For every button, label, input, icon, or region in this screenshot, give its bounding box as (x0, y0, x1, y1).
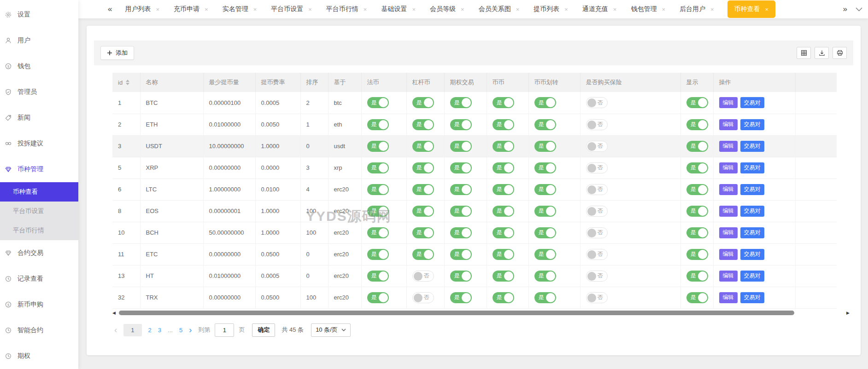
toggle-off[interactable]: 否 (586, 292, 608, 303)
sidebar-item[interactable]: 投拆建议 (0, 131, 78, 156)
sidebar-item[interactable]: $钱包 (0, 53, 78, 79)
toggle-on[interactable]: 是 (367, 292, 389, 303)
toggle-on[interactable]: 是 (686, 162, 708, 173)
toggle-on[interactable]: 是 (367, 271, 389, 282)
tab-close-icon[interactable]: × (765, 6, 769, 13)
trading-pair-button[interactable]: 交易对 (740, 97, 764, 108)
edit-button[interactable]: 编辑 (719, 141, 738, 152)
page-next-button[interactable]: › (189, 325, 192, 335)
toggle-on[interactable]: 是 (534, 227, 556, 238)
trading-pair-button[interactable]: 交易对 (740, 249, 764, 260)
toggle-on[interactable]: 是 (450, 206, 472, 217)
add-button[interactable]: 添加 (100, 46, 134, 60)
tabs-dropdown-icon[interactable] (856, 7, 862, 12)
edit-button[interactable]: 编辑 (719, 271, 738, 282)
toggle-on[interactable]: 是 (534, 292, 556, 303)
edit-button[interactable]: 编辑 (719, 184, 738, 195)
tab[interactable]: 基础设置× (380, 0, 416, 18)
tab-close-icon[interactable]: × (364, 6, 367, 13)
toggle-on[interactable]: 是 (367, 184, 389, 195)
sidebar-item[interactable]: 用户 (0, 28, 78, 53)
toggle-on[interactable]: 是 (412, 206, 434, 217)
page-number[interactable]: 1 (123, 324, 141, 336)
tab[interactable]: 平台币行情× (325, 0, 368, 18)
toggle-on[interactable]: 是 (493, 162, 514, 173)
toggle-on[interactable]: 是 (412, 97, 434, 108)
toggle-on[interactable]: 是 (686, 249, 708, 260)
edit-button[interactable]: 编辑 (719, 227, 738, 238)
tab[interactable]: 通道充值× (581, 0, 618, 18)
tabs-scroll-left-icon[interactable]: « (108, 5, 112, 14)
toggle-on[interactable]: 是 (450, 97, 472, 108)
toggle-off[interactable]: 否 (586, 249, 608, 260)
tab-close-icon[interactable]: × (308, 6, 312, 13)
filter-columns-button[interactable] (797, 47, 811, 59)
page-number[interactable]: 2 (148, 327, 152, 334)
tab[interactable]: 充币申请× (173, 0, 209, 18)
tab[interactable]: 提币列表× (533, 0, 569, 18)
toggle-off[interactable]: 否 (586, 119, 608, 130)
sidebar-item[interactable]: 管理员 (0, 79, 78, 105)
edit-button[interactable]: 编辑 (719, 292, 738, 303)
edit-button[interactable]: 编辑 (719, 97, 738, 108)
edit-button[interactable]: 编辑 (719, 162, 738, 173)
tab-close-icon[interactable]: × (412, 6, 416, 13)
page-prev-button[interactable]: ‹ (114, 325, 117, 335)
export-button[interactable] (815, 47, 829, 59)
tab-close-icon[interactable]: × (613, 6, 617, 13)
tab[interactable]: 会员等级× (429, 0, 465, 18)
tab-close-icon[interactable]: × (461, 6, 464, 13)
sidebar-item[interactable]: $新币申购 (0, 292, 78, 317)
toggle-on[interactable]: 是 (450, 141, 472, 152)
toggle-on[interactable]: 是 (534, 271, 556, 282)
tab[interactable]: 后台用户× (679, 0, 715, 18)
tab[interactable]: 币种查看× (727, 0, 776, 18)
toggle-on[interactable]: 是 (450, 119, 472, 130)
page-number[interactable]: 3 (158, 327, 161, 334)
sidebar-item[interactable]: 新闻 (0, 105, 78, 131)
toggle-on[interactable]: 是 (367, 141, 389, 152)
edit-button[interactable]: 编辑 (719, 206, 738, 217)
toggle-on[interactable]: 是 (450, 184, 472, 195)
toggle-off[interactable]: 否 (586, 97, 608, 108)
toggle-on[interactable]: 是 (686, 141, 708, 152)
trading-pair-button[interactable]: 交易对 (740, 141, 764, 152)
tab[interactable]: 会员关系图× (478, 0, 521, 18)
toggle-on[interactable]: 是 (493, 292, 514, 303)
toggle-on[interactable]: 是 (534, 141, 556, 152)
sidebar-subitem[interactable]: 平台币行情 (0, 221, 78, 240)
toggle-on[interactable]: 是 (686, 206, 708, 217)
toggle-on[interactable]: 是 (367, 97, 389, 108)
toggle-on[interactable]: 是 (412, 227, 434, 238)
toggle-on[interactable]: 是 (450, 292, 472, 303)
tab-close-icon[interactable]: × (205, 6, 208, 13)
toggle-on[interactable]: 是 (367, 206, 389, 217)
toggle-on[interactable]: 是 (450, 227, 472, 238)
toggle-on[interactable]: 是 (534, 97, 556, 108)
toggle-on[interactable]: 是 (493, 184, 514, 195)
tab[interactable]: 平台币设置× (270, 0, 313, 18)
tab[interactable]: 用户列表× (124, 0, 160, 18)
toggle-on[interactable]: 是 (412, 249, 434, 260)
toggle-on[interactable]: 是 (367, 162, 389, 173)
toggle-off[interactable]: 否 (412, 292, 434, 303)
toggle-on[interactable]: 是 (493, 249, 514, 260)
tab[interactable]: 实名管理× (222, 0, 258, 18)
toggle-on[interactable]: 是 (686, 227, 708, 238)
toggle-on[interactable]: 是 (412, 141, 434, 152)
toggle-on[interactable]: 是 (686, 97, 708, 108)
page-size-select[interactable]: 10 条/页 (311, 323, 351, 337)
tab-close-icon[interactable]: × (253, 6, 257, 13)
trading-pair-button[interactable]: 交易对 (740, 292, 764, 303)
toggle-on[interactable]: 是 (450, 162, 472, 173)
toggle-on[interactable]: 是 (534, 249, 556, 260)
tab-close-icon[interactable]: × (156, 6, 159, 13)
toggle-on[interactable]: 是 (493, 97, 514, 108)
scroll-right-arrow-icon[interactable]: ▶ (846, 311, 850, 315)
sidebar-subitem[interactable]: 平台币设置 (0, 202, 78, 221)
toggle-on[interactable]: 是 (493, 119, 514, 130)
toggle-off[interactable]: 否 (586, 271, 608, 282)
toggle-on[interactable]: 是 (367, 119, 389, 130)
toggle-on[interactable]: 是 (367, 249, 389, 260)
toggle-on[interactable]: 是 (412, 162, 434, 173)
